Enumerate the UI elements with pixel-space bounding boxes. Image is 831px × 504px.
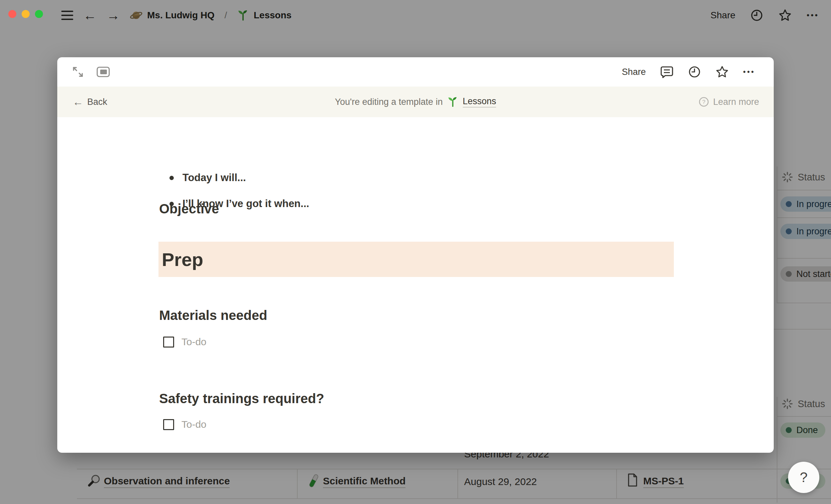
close-window-button[interactable] (8, 10, 16, 18)
updates-clock-icon[interactable] (688, 65, 701, 79)
help-circle-icon: ? (698, 96, 709, 107)
app-window: ← → Ms. Ludwig HQ / (0, 0, 831, 504)
svg-text:?: ? (702, 99, 705, 105)
modal-header-left (72, 57, 110, 87)
minimize-window-button[interactable] (22, 10, 30, 18)
share-button[interactable]: Share (622, 67, 646, 77)
comments-icon[interactable] (660, 65, 674, 79)
modal-header-right: Share ••• (622, 57, 755, 87)
seedling-icon (447, 96, 458, 108)
zoom-window-button[interactable] (35, 10, 43, 18)
todo-checkbox[interactable] (163, 419, 174, 430)
bullet-dot (169, 176, 174, 180)
side-peek-icon[interactable] (96, 66, 110, 77)
banner-message: You're editing a template in Lessons (57, 96, 774, 108)
modal-header: Share ••• (57, 57, 774, 87)
bulleted-list-item[interactable]: Today I will... (169, 172, 246, 184)
prep-heading: Prep (159, 249, 203, 270)
bulleted-list-item[interactable]: I’ll know I’ve got it when... (169, 198, 309, 210)
more-options-icon[interactable]: ••• (743, 67, 755, 77)
prep-heading-highlight[interactable]: Prep (159, 242, 674, 277)
materials-heading[interactable]: Materials needed (159, 308, 267, 323)
safety-heading[interactable]: Safety trainings required? (159, 391, 324, 406)
bullet-dot (169, 202, 174, 206)
todo-checkbox[interactable] (163, 336, 174, 348)
template-editor-modal: Share ••• ← Ba (57, 57, 774, 453)
expand-icon[interactable] (72, 66, 84, 78)
todo-item: To-do (163, 336, 206, 348)
template-banner: ← Back You're editing a template in Less… (57, 87, 774, 117)
todo-item: To-do (163, 419, 206, 430)
favorite-star-icon[interactable] (715, 65, 729, 79)
todo-placeholder[interactable]: To-do (181, 336, 206, 348)
learn-more-link[interactable]: ? Learn more (698, 96, 759, 107)
help-button[interactable]: ? (788, 462, 819, 493)
template-parent-link[interactable]: Lessons (463, 96, 496, 108)
todo-placeholder[interactable]: To-do (181, 419, 206, 430)
window-controls (8, 10, 43, 18)
